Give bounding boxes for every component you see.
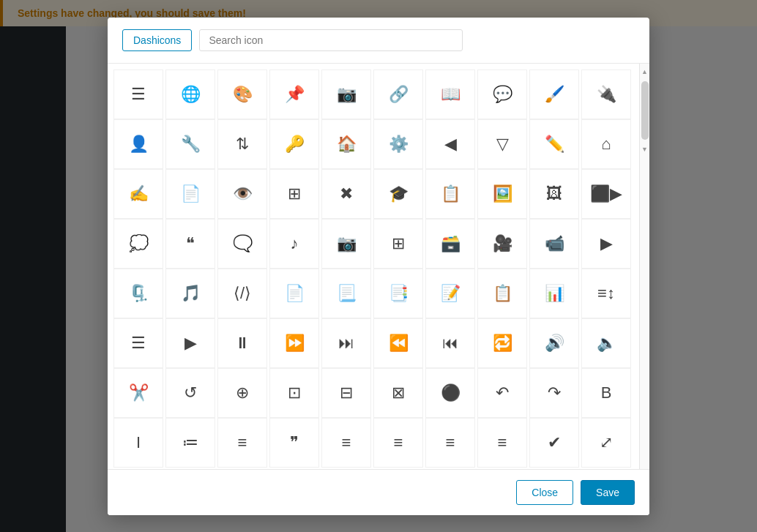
table-icon[interactable]: ⊞: [269, 169, 319, 219]
images-icon[interactable]: 🖼: [529, 169, 579, 219]
arrow-left-icon[interactable]: ◀: [425, 119, 475, 169]
icons-grid-wrapper[interactable]: ☰🌐🎨📌📷🔗📖💬🖌️🔌👤🔧⇅🔑🏠⚙️◀▽✏️⌂✍️📄👁️⊞✖🎓📋🖼️🖼⬛▶💭❝🗨…: [108, 64, 639, 469]
bold-icon[interactable]: B: [581, 368, 631, 418]
pencil-icon[interactable]: ✏️: [529, 119, 579, 169]
music-icon[interactable]: ♪: [269, 219, 319, 269]
page-icon[interactable]: 📃: [321, 269, 371, 318]
scrollbar-track: ▲ ▼: [639, 64, 649, 469]
volume-icon[interactable]: 🔊: [529, 318, 579, 368]
redo-icon[interactable]: ↷: [529, 368, 579, 418]
skip-back-icon[interactable]: ⏮: [425, 318, 475, 368]
icon-picker-modal: Dashicons ☰🌐🎨📌📷🔗📖💬🖌️🔌👤🔧⇅🔑🏠⚙️◀▽✏️⌂✍️📄👁️⊞✖…: [108, 18, 649, 515]
scroll-down-arrow[interactable]: ▼: [640, 143, 650, 156]
layout-icon[interactable]: ⊕: [217, 368, 267, 418]
comment-icon[interactable]: 💬: [477, 70, 527, 119]
link-icon[interactable]: 🔗: [373, 70, 423, 119]
align-right-icon[interactable]: ≡: [425, 418, 475, 468]
eye-icon[interactable]: 👁️: [217, 169, 267, 219]
modal-body: ☰🌐🎨📌📷🔗📖💬🖌️🔌👤🔧⇅🔑🏠⚙️◀▽✏️⌂✍️📄👁️⊞✖🎓📋🖼️🖼⬛▶💭❝🗨…: [108, 64, 649, 469]
gear-icon[interactable]: ⚙️: [373, 119, 423, 169]
filter-icon[interactable]: ▽: [477, 119, 527, 169]
vol-low-icon[interactable]: 🔈: [581, 318, 631, 368]
repeat-icon[interactable]: 🔁: [477, 318, 527, 368]
pushpin-icon[interactable]: 📌: [269, 70, 319, 119]
speech-icon[interactable]: 🗨️: [217, 219, 267, 269]
icons-grid: ☰🌐🎨📌📷🔗📖💬🖌️🔌👤🔧⇅🔑🏠⚙️◀▽✏️⌂✍️📄👁️⊞✖🎓📋🖼️🖼⬛▶💭❝🗨…: [113, 70, 633, 468]
play-icon[interactable]: ▶: [581, 219, 631, 269]
camera-icon[interactable]: 📷: [321, 70, 371, 119]
chart-icon[interactable]: 📊: [529, 269, 579, 318]
equalizer-icon[interactable]: ⇅: [217, 119, 267, 169]
page-text-icon[interactable]: 📝: [425, 269, 475, 318]
edit-icon[interactable]: ✍️: [113, 169, 163, 219]
image-icon[interactable]: 🖼️: [477, 169, 527, 219]
ul-icon[interactable]: ≔: [165, 418, 215, 468]
modal-header: Dashicons: [108, 18, 649, 64]
book-icon[interactable]: 📖: [425, 70, 475, 119]
home-icon[interactable]: 🏠: [321, 119, 371, 169]
close-icon[interactable]: ✖: [321, 169, 371, 219]
house2-icon[interactable]: ⌂: [581, 119, 631, 169]
scroll-up-arrow[interactable]: ▲: [640, 65, 650, 78]
spellcheck-icon[interactable]: ✔: [529, 418, 579, 468]
images2-icon[interactable]: 🗃️: [425, 219, 475, 269]
sorted-icon[interactable]: ≡↕: [581, 269, 631, 318]
camera2-icon[interactable]: 📷: [321, 219, 371, 269]
scrollbar-thumb[interactable]: [641, 81, 649, 140]
modal-footer: Close Save: [108, 469, 649, 515]
undo2-icon[interactable]: ↶: [477, 368, 527, 418]
gallery-icon[interactable]: ⊞: [373, 219, 423, 269]
dots-icon[interactable]: ⚫: [425, 368, 475, 418]
plugin-icon[interactable]: 🔌: [581, 70, 631, 119]
clapper-icon[interactable]: 📹: [529, 219, 579, 269]
archive-icon[interactable]: 🗜️: [113, 269, 163, 318]
video2-icon[interactable]: 🎥: [477, 219, 527, 269]
undo-icon[interactable]: ↺: [165, 368, 215, 418]
grad-icon[interactable]: 🎓: [373, 169, 423, 219]
new-page-icon[interactable]: 📄: [165, 169, 215, 219]
quote-icon[interactable]: ❝: [165, 219, 215, 269]
skip-fwd-icon[interactable]: ⏭: [321, 318, 371, 368]
close-button[interactable]: Close: [516, 480, 573, 505]
modal-overlay: Dashicons ☰🌐🎨📌📷🔗📖💬🖌️🔌👤🔧⇅🔑🏠⚙️◀▽✏️⌂✍️📄👁️⊞✖…: [0, 0, 757, 532]
align-center-icon[interactable]: ≡: [321, 418, 371, 468]
play2-icon[interactable]: ▶: [165, 318, 215, 368]
key-icon[interactable]: 🔑: [269, 119, 319, 169]
justify-icon[interactable]: ≡: [477, 418, 527, 468]
split-icon[interactable]: ⊠: [373, 368, 423, 418]
align-icon[interactable]: ⊟: [321, 368, 371, 418]
brush-icon[interactable]: 🖌️: [529, 70, 579, 119]
menu2-icon[interactable]: ☰: [113, 318, 163, 368]
video-icon[interactable]: ⬛▶: [581, 169, 631, 219]
document-icon[interactable]: 📄: [269, 269, 319, 318]
pause-icon[interactable]: ⏸: [217, 318, 267, 368]
wrench-icon[interactable]: 🔧: [165, 119, 215, 169]
align-left-icon[interactable]: ≡: [373, 418, 423, 468]
columns-icon[interactable]: ⊡: [269, 368, 319, 418]
pages-icon[interactable]: 📑: [373, 269, 423, 318]
italic-icon[interactable]: I: [113, 418, 163, 468]
chat-icon[interactable]: 💭: [113, 219, 163, 269]
globe-icon[interactable]: 🌐: [165, 70, 215, 119]
menu-icon[interactable]: ☰: [113, 70, 163, 119]
audio-icon[interactable]: 🎵: [165, 269, 215, 318]
page-list-icon[interactable]: 📋: [477, 269, 527, 318]
rewind-icon[interactable]: ⏪: [373, 318, 423, 368]
bq-icon[interactable]: ❞: [269, 418, 319, 468]
dashicons-tab[interactable]: Dashicons: [122, 29, 192, 51]
ff-icon[interactable]: ⏩: [269, 318, 319, 368]
ol-icon[interactable]: ≡: [217, 418, 267, 468]
palette-icon[interactable]: 🎨: [217, 70, 267, 119]
list-icon[interactable]: 📋: [425, 169, 475, 219]
crop-icon[interactable]: ✂️: [113, 368, 163, 418]
code-icon[interactable]: ⟨/⟩: [217, 269, 267, 318]
search-input[interactable]: [199, 29, 463, 51]
fullscreen-icon[interactable]: ⤢: [581, 418, 631, 468]
save-button[interactable]: Save: [581, 480, 635, 505]
person-icon[interactable]: 👤: [113, 119, 163, 169]
